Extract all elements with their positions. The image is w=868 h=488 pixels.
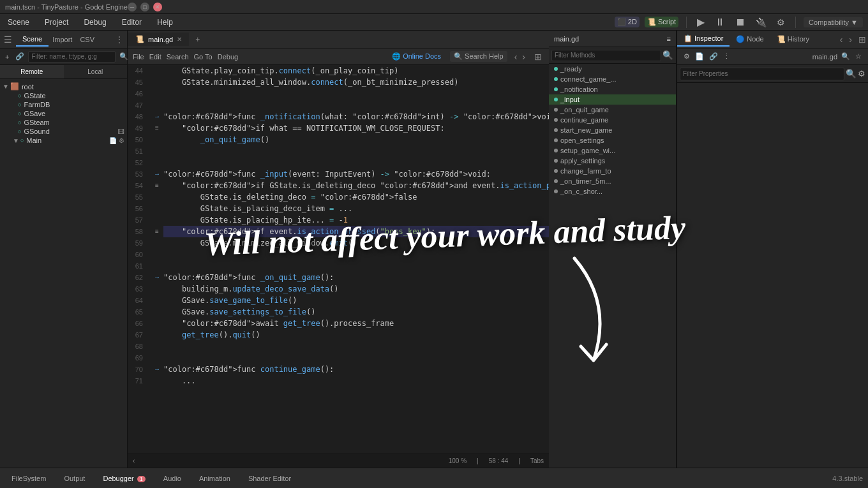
method-item[interactable]: open_settings [549,135,676,145]
insp-more-icon[interactable]: ⋮ [722,51,731,62]
tab-scene[interactable]: Scene [16,33,49,47]
tab-filesystem[interactable]: FileSystem [5,472,52,485]
tab-main-gd[interactable]: 📜 main.gd ✕ [128,33,190,46]
methods-search-icon[interactable]: 🔍 [662,50,673,60]
method-item[interactable]: apply_settings [549,156,676,166]
tree-node-label: GSound [24,128,49,135]
tree-item-root[interactable]: ▼ 🟫 root [3,82,124,91]
method-item[interactable]: start_new_game [549,125,676,135]
menu-scene[interactable]: Scene [5,17,32,28]
tree-item-gsave[interactable]: ○ GSave [3,109,124,118]
indent-type: Tabs [530,457,544,464]
edit-menu[interactable]: Edit [149,53,161,61]
tree-item-gsound[interactable]: ○ GSound 🎞 [3,127,124,136]
compatibility-button[interactable]: Compatibility ▼ [804,17,863,27]
maximize-button[interactable]: □ [140,3,149,11]
scene-toolbar: + 🔗 🔍 ⋮ [0,48,127,65]
remote-tab[interactable]: Remote [0,65,64,78]
search-help-button[interactable]: 🔍 Search Help [450,51,507,62]
inspector-back[interactable]: ‹ [838,34,845,45]
insp-filter-go-icon[interactable]: 🔍 [846,69,857,78]
method-item[interactable]: _on_quit_game [549,105,676,115]
settings-icon[interactable]: ⚙ [774,16,788,29]
csv-tab[interactable]: CSV [76,33,98,46]
insp-filter-icon[interactable]: 🔍 [840,51,851,62]
debug-menu[interactable]: Debug [218,53,238,61]
tab-inspector[interactable]: 📋 Inspector [677,32,730,47]
line-col: 58 : 44 [489,457,509,464]
method-item[interactable]: _on_timer_5m... [549,176,676,186]
toggle-scene-icon[interactable]: ☰ [0,32,16,47]
scroll-left-icon[interactable]: ‹ [133,457,135,464]
tab-animation[interactable]: Animation [193,472,237,485]
method-item[interactable]: _notification [549,84,676,94]
method-item[interactable]: continue_game [549,115,676,125]
method-item[interactable]: change_farm_to [549,166,676,176]
filter-input[interactable] [28,51,116,63]
play-button[interactable]: ▶ [694,15,707,29]
pause-button[interactable]: ⏸ [712,15,728,29]
menu-debug[interactable]: Debug [81,17,108,28]
stop-button[interactable]: ⏹ [733,15,748,29]
scene-panel: ☰ Scene Import CSV ⋮ + 🔗 🔍 ⋮ Remote Loca… [0,31,128,468]
main-settings-icon: ⚙ [119,137,124,144]
methods-filter: 🔍 [549,47,676,64]
remote-debug-icon[interactable]: 🔌 [753,16,769,29]
tree-item-farmdb[interactable]: ○ FarmDB [3,100,124,109]
insp-link-icon[interactable]: 🔗 [708,51,719,62]
method-item[interactable]: setup_game_wi... [549,145,676,156]
add-node-button[interactable]: + [3,52,11,62]
tab-node[interactable]: 🔵 Node [730,33,770,46]
tab-close-button[interactable]: ✕ [177,36,182,43]
tab-output[interactable]: Output [57,472,91,485]
tab-icon: 📜 [135,35,144,43]
local-tab[interactable]: Local [64,65,128,78]
search-menu[interactable]: Search [167,53,189,61]
2d-button[interactable]: ⬛ 2D [615,17,640,27]
gutter: →≡→≡≡→→ [151,65,163,454]
status-bar: ‹ 100 % | 58 : 44 | Tabs [128,454,549,468]
tab-audio[interactable]: Audio [157,472,188,485]
minimize-button[interactable]: ─ [128,3,137,11]
insp-settings-icon[interactable]: ⚙ [682,51,691,62]
method-item[interactable]: _ready [549,64,676,74]
methods-sort-icon[interactable]: ≡ [667,35,671,43]
tree-item-gstate[interactable]: ○ GState [3,91,124,100]
import-tab[interactable]: Import [49,33,76,46]
close-button[interactable]: ✕ [153,3,162,11]
inspector-more[interactable]: ⊞ [857,34,868,45]
insp-filter-settings[interactable]: ⚙ [858,69,865,78]
instance-button[interactable]: 🔗 [13,51,27,62]
file-menu[interactable]: File [133,53,144,61]
new-tab-button[interactable]: + [190,33,205,47]
menu-help[interactable]: Help [154,17,176,28]
script-button[interactable]: 📜 Script [645,17,678,27]
online-docs-button[interactable]: 🌐 Online Docs [388,51,445,62]
inspector-tabs: 📋 Inspector 🔵 Node 📜 History ‹ › ⊞ [677,31,868,48]
insp-script-icon[interactable]: 📄 [694,51,705,62]
tab-history[interactable]: 📜 History [770,33,816,46]
menu-project[interactable]: Project [42,17,71,28]
insp-star-icon[interactable]: ☆ [854,51,863,62]
inspector-filter-input[interactable] [680,68,844,80]
tab-debugger[interactable]: Debugger 1 [96,472,151,485]
code-area[interactable]: 4445464748495051525354555657585960616263… [128,65,549,454]
menu-editor[interactable]: Editor [119,17,144,28]
inspector-forward[interactable]: › [847,34,854,45]
layout-button[interactable]: ⊞ [532,52,544,62]
goto-menu[interactable]: Go To [194,53,213,61]
tree-item-gsteam[interactable]: ○ GSteam [3,118,124,127]
nav-forward-button[interactable]: › [520,52,527,62]
method-item[interactable]: _input [549,94,676,105]
methods-filter-input[interactable] [551,50,661,61]
tree-item-main[interactable]: ▼ ○ Main 📄 ⚙ [3,136,124,145]
inspector-filter: 🔍 ⚙ [677,65,868,83]
code-content[interactable]: GState.play_coin_tip.connect(_on_play_co… [163,65,549,454]
method-item[interactable]: connect_game_... [549,74,676,84]
tab-shader-editor[interactable]: Shader Editor [242,472,297,485]
scene-menu-icon[interactable]: ⋮ [112,33,127,47]
nav-back-button[interactable]: ‹ [513,52,520,62]
method-item[interactable]: _on_c_shor... [549,186,676,196]
title-text: main.tscn - TinyPasture - Godot Engine [5,3,128,11]
line-numbers: 4445464748495051525354555657585960616263… [128,65,151,454]
